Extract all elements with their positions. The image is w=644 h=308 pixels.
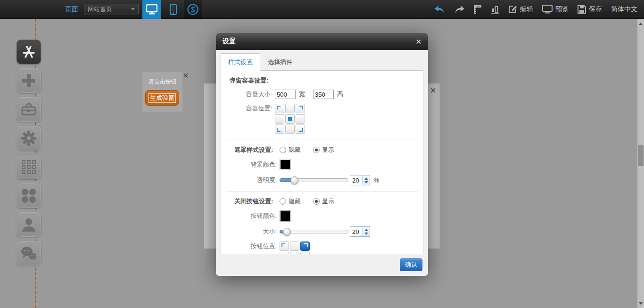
save-button[interactable]: 保存 bbox=[578, 5, 602, 14]
clover-icon bbox=[22, 189, 36, 203]
popup-trigger-widget[interactable]: 请点击按钮 生成弹窗 bbox=[142, 72, 182, 112]
language-switcher[interactable]: 简体中文 bbox=[611, 5, 637, 14]
user-icon bbox=[21, 217, 36, 232]
container-width-input[interactable] bbox=[275, 90, 296, 99]
position-cell-center-selected[interactable] bbox=[285, 114, 295, 124]
dialog-header[interactable]: 设置 × bbox=[216, 33, 428, 50]
stats-button[interactable] bbox=[491, 5, 499, 14]
toolbox-icon bbox=[21, 103, 36, 116]
design-tools-icon bbox=[21, 44, 37, 60]
mask-opacity-value[interactable]: 20 bbox=[350, 175, 363, 185]
mask-opacity-spinner: 20 bbox=[350, 175, 370, 185]
scrollbar-thumb[interactable] bbox=[638, 145, 644, 166]
spinner-arrows[interactable] bbox=[363, 226, 370, 237]
close-btn-size-slider[interactable] bbox=[280, 228, 348, 235]
generate-popup-button[interactable]: 生成弹窗 bbox=[145, 90, 179, 106]
triangle-up-icon bbox=[639, 23, 643, 25]
mobile-view-button[interactable] bbox=[165, 0, 181, 19]
dialog-footer: 确认 bbox=[216, 253, 428, 276]
sidebar-item-design[interactable] bbox=[17, 40, 41, 64]
edit-label: 编辑 bbox=[520, 5, 533, 14]
widget-hint-text: 请点击按钮 bbox=[142, 78, 182, 86]
container-position-grid bbox=[275, 104, 305, 134]
position-cell-bottom-center[interactable] bbox=[285, 125, 295, 134]
sidebar-item-add[interactable] bbox=[17, 68, 41, 93]
sidebar-item-user[interactable] bbox=[17, 212, 41, 237]
preview-button[interactable]: 预览 bbox=[542, 5, 569, 14]
close-btn-color-swatch[interactable] bbox=[280, 210, 291, 222]
mask-show-radio[interactable]: 显示 bbox=[313, 146, 334, 154]
close-btn-size-label: 大小: bbox=[226, 227, 277, 236]
preview-label: 预览 bbox=[555, 5, 569, 14]
spinner-arrows[interactable] bbox=[363, 175, 370, 185]
container-size-label: 容器大小: bbox=[221, 90, 272, 99]
close-btn-position-grid bbox=[280, 241, 310, 254]
scroll-up-arrow[interactable] bbox=[637, 20, 644, 27]
edit-button[interactable]: 编辑 bbox=[508, 5, 533, 14]
slider-handle[interactable] bbox=[290, 176, 298, 184]
mask-section-heading: 遮罩样式设置: bbox=[234, 146, 280, 154]
position-cell-top-left[interactable] bbox=[275, 104, 284, 113]
widget-close-icon[interactable]: × bbox=[183, 71, 189, 80]
dialog-close-icon[interactable]: × bbox=[416, 37, 421, 46]
page-select-dropdown[interactable]: 网站首页 bbox=[84, 4, 139, 15]
scroll-down-arrow[interactable] bbox=[637, 300, 644, 307]
sidebar-item-toolbox[interactable] bbox=[17, 97, 41, 122]
chevron-down-icon bbox=[131, 8, 135, 10]
position-cell-top-center[interactable] bbox=[290, 241, 299, 251]
save-label: 保存 bbox=[589, 5, 602, 14]
wechat-icon bbox=[21, 246, 37, 260]
section-mask-style: 遮罩样式设置: 隐藏 显示 背景颜色: bbox=[226, 140, 418, 185]
tab-style-settings[interactable]: 样式设置 bbox=[221, 53, 260, 71]
grid-icon bbox=[22, 160, 36, 174]
phone-icon bbox=[170, 4, 177, 15]
vertical-scrollbar[interactable] bbox=[637, 19, 644, 308]
sidebar-item-settings[interactable] bbox=[17, 126, 41, 150]
desktop-view-button[interactable] bbox=[142, 0, 161, 19]
sidebar-item-wechat[interactable] bbox=[17, 241, 41, 266]
close-btn-hide-radio[interactable]: 隐藏 bbox=[280, 197, 301, 206]
settings-dialog: 设置 × 样式设置 选择插件 弹窗容器设置: 容器大小: 宽 高 bbox=[216, 33, 428, 276]
undo-button[interactable] bbox=[435, 6, 445, 13]
spinner-up-icon bbox=[364, 177, 368, 180]
redo-button[interactable] bbox=[454, 6, 464, 13]
section-popup-container: 弹窗容器设置: 容器大小: 宽 高 容器位置: bbox=[221, 76, 423, 134]
sidebar-item-modules[interactable] bbox=[17, 155, 41, 179]
position-cell-top-left[interactable] bbox=[280, 241, 289, 251]
close-btn-show-radio[interactable]: 显示 bbox=[313, 197, 334, 206]
spinner-down-icon bbox=[364, 233, 368, 235]
dialog-content: 弹窗容器设置: 容器大小: 宽 高 容器位置: bbox=[221, 71, 423, 254]
ruler-button[interactable] bbox=[473, 5, 482, 14]
edit-pencil-icon bbox=[508, 5, 517, 14]
plugin-link-button[interactable] bbox=[184, 0, 202, 19]
radio-unchecked-icon bbox=[280, 147, 286, 153]
mask-bg-color-swatch[interactable] bbox=[280, 159, 291, 170]
gear-icon bbox=[21, 130, 37, 146]
preview-close-icon[interactable]: × bbox=[430, 84, 436, 97]
container-position-label: 容器位置: bbox=[221, 104, 272, 113]
percent-label: % bbox=[373, 176, 379, 184]
radio-checked-icon bbox=[313, 198, 320, 205]
position-cell-top-right-selected[interactable] bbox=[300, 241, 310, 251]
mask-opacity-slider[interactable] bbox=[280, 176, 348, 184]
position-cell-middle-left[interactable] bbox=[275, 114, 284, 124]
position-cell-middle-right[interactable] bbox=[296, 114, 305, 124]
slider-handle[interactable] bbox=[283, 228, 291, 236]
section-close-button: 关闭按钮设置: 隐藏 显示 按钮颜色: bbox=[226, 191, 418, 254]
position-cell-bottom-left[interactable] bbox=[275, 125, 284, 134]
page-select-value: 网站首页 bbox=[88, 5, 112, 14]
link-circle-icon bbox=[187, 3, 199, 16]
close-btn-size-value[interactable]: 20 bbox=[350, 226, 363, 237]
mask-hide-radio[interactable]: 隐藏 bbox=[280, 146, 301, 154]
redo-icon bbox=[454, 6, 464, 13]
position-cell-top-right[interactable] bbox=[296, 104, 305, 113]
bar-chart-icon bbox=[491, 5, 499, 14]
mask-bg-color-label: 背景颜色: bbox=[226, 160, 277, 169]
position-cell-bottom-right[interactable] bbox=[296, 125, 305, 134]
undo-icon bbox=[435, 6, 445, 13]
sidebar-item-components[interactable] bbox=[17, 183, 41, 208]
tab-select-plugin[interactable]: 选择插件 bbox=[260, 53, 300, 71]
container-height-input[interactable] bbox=[313, 90, 334, 99]
confirm-button[interactable]: 确认 bbox=[400, 258, 422, 271]
position-cell-top-center[interactable] bbox=[285, 104, 295, 113]
